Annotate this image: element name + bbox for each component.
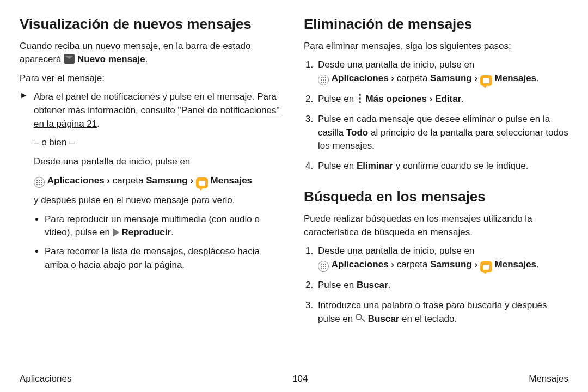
intro-search: Puede realizar búsquedas en los mensajes…: [304, 212, 568, 239]
step-open-panel: ► Abra el panel de notificaciones y puls…: [20, 90, 284, 277]
steps-search: Desde una pantalla de inicio, pulse en A…: [304, 244, 568, 326]
notif-panel-text: Abra el panel de notificaciones y pulse …: [34, 90, 284, 131]
messages-app-icon: [480, 261, 492, 272]
columns: Visualización de nuevos mensajes Cuando …: [20, 15, 568, 332]
intro-view: Cuando reciba un nuevo mensaje, en la ba…: [20, 40, 284, 66]
del-step-3: Pulse en cada mensaje que desee eliminar…: [316, 113, 568, 153]
bullet-scroll: Para recorrer la lista de mensajes, desp…: [45, 245, 284, 272]
or-divider: – o bien –: [34, 136, 284, 150]
search-icon: [356, 314, 365, 323]
bullet-list-left: Para reproducir un mensaje multimedia (c…: [34, 213, 284, 272]
path-tail-left: y después pulse en el nuevo mensaje para…: [34, 194, 284, 207]
apps-grid-icon: [318, 261, 329, 272]
search-step-2: Pulse en Buscar.: [316, 279, 568, 292]
page-footer: Aplicaciones 104 Mensajes: [20, 373, 568, 384]
del-step-2: Pulse en Más opciones › Editar.: [316, 93, 568, 106]
search-step-1: Desde una pantalla de inicio, pulse en A…: [316, 244, 568, 272]
more-options-icon: [357, 94, 363, 103]
path-line-left: Aplicaciones › carpeta Samsung › Mensaje…: [34, 174, 284, 189]
heading-delete: Eliminación de mensajes: [304, 15, 568, 33]
right-column: Eliminación de mensajes Para eliminar me…: [304, 15, 568, 332]
messages-app-icon: [196, 177, 208, 188]
from-home-line: Desde una pantalla de inicio, pulse en: [34, 155, 284, 169]
intro-delete: Para eliminar mensajes, siga los siguien…: [304, 40, 568, 53]
bullet-play: Para reproducir un mensaje multimedia (c…: [45, 213, 284, 240]
footer-left: Aplicaciones: [20, 373, 71, 384]
steps-delete: Desde una pantalla de inicio, pulse en A…: [304, 58, 568, 173]
heading-view-new: Visualización de nuevos mensajes: [20, 15, 284, 33]
footer-right: Mensajes: [529, 373, 568, 384]
del-step-4: Pulse en Eliminar y confirme cuando se l…: [316, 160, 568, 173]
del-step-1: Desde una pantalla de inicio, pulse en A…: [316, 58, 568, 86]
messages-app-icon: [480, 75, 492, 86]
heading-search: Búsqueda en los mensajes: [304, 188, 568, 206]
apps-grid-icon: [318, 75, 329, 85]
footer-page-number: 104: [292, 373, 308, 384]
lead-view: Para ver el mensaje:: [20, 72, 284, 85]
apps-grid-icon: [34, 177, 45, 188]
play-icon: [113, 228, 119, 237]
search-step-3: Introduzca una palabra o frase para busc…: [316, 299, 568, 326]
triangle-marker-icon: ►: [20, 90, 34, 277]
left-column: Visualización de nuevos mensajes Cuando …: [20, 15, 284, 332]
envelope-icon: [64, 54, 75, 64]
